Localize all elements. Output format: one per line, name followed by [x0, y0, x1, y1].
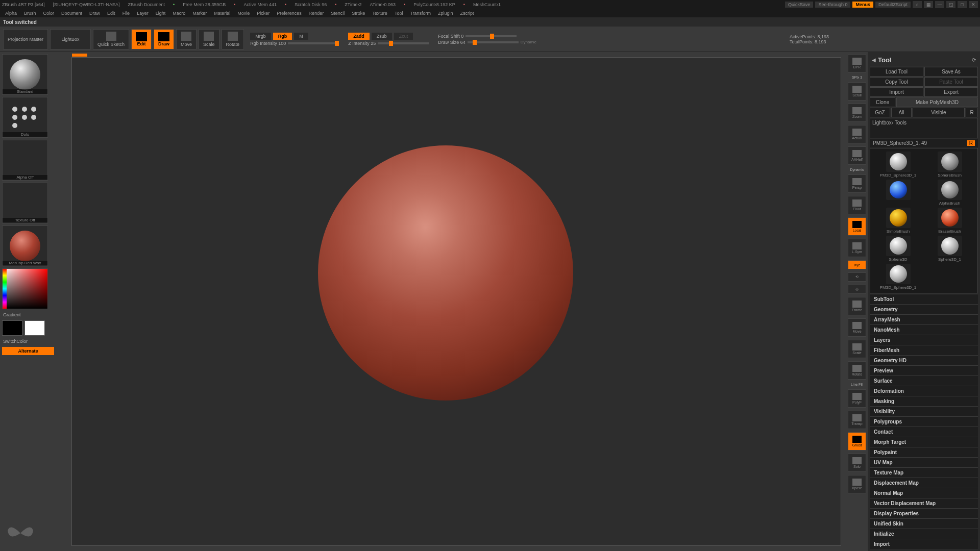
color-picker[interactable] — [2, 268, 48, 309]
draw-size-slider[interactable] — [468, 41, 519, 43]
menu-render[interactable]: Render — [306, 11, 327, 16]
lightbox-tools-button[interactable]: Lightbox› Tools — [870, 118, 978, 138]
spix-label[interactable]: SPix 3 — [852, 76, 862, 79]
home-icon[interactable]: ⌂ — [913, 1, 922, 8]
section-masking[interactable]: Masking — [870, 396, 978, 406]
goz-visible-button[interactable]: Visible — [913, 108, 965, 117]
floor-button[interactable]: Floor — [848, 196, 866, 214]
zoom-button[interactable]: Zoom — [848, 104, 866, 122]
menu-file[interactable]: File — [119, 11, 133, 16]
load-tool-button[interactable]: Load Tool — [870, 67, 923, 77]
menu-zscript[interactable]: Zscript — [457, 11, 477, 16]
goz-all-button[interactable]: All — [891, 108, 912, 117]
main-color-swatch[interactable] — [2, 320, 22, 336]
zadd-button[interactable]: Zadd — [348, 33, 370, 40]
panel-refresh-icon[interactable]: ⟳ — [972, 57, 976, 63]
goz-r-button[interactable]: R — [966, 108, 978, 117]
gradient-label[interactable]: Gradient — [2, 311, 54, 318]
menu-edit[interactable]: Edit — [104, 11, 118, 16]
quicksave-button[interactable]: QuickSave — [785, 2, 814, 8]
tool-item[interactable]: AlphaBrush — [925, 180, 974, 206]
menu-marker[interactable]: Marker — [189, 11, 210, 16]
menu-movie[interactable]: Movie — [234, 11, 253, 16]
section-surface[interactable]: Surface — [870, 375, 978, 386]
alpha-thumb[interactable]: Alpha Off — [2, 140, 48, 181]
menu-brush[interactable]: Brush — [21, 11, 39, 16]
local-button[interactable]: Local — [848, 217, 866, 236]
tool-item[interactable]: Sphere3D_1 — [925, 236, 974, 262]
save-as-button[interactable]: Save As — [924, 67, 978, 77]
menu-stroke[interactable]: Stroke — [349, 11, 368, 16]
material-thumb[interactable]: MatCap Red Wax — [2, 226, 48, 266]
brush-thumb[interactable]: Standard — [2, 54, 48, 95]
actual-button[interactable]: Actual — [848, 125, 866, 143]
section-normal-map[interactable]: Normal Map — [870, 488, 978, 498]
scale-button[interactable]: Scale — [199, 29, 219, 49]
section-geometry-hd[interactable]: Geometry HD — [870, 355, 978, 365]
minimize-icon[interactable]: — — [935, 1, 944, 8]
frame-button[interactable]: Frame — [848, 297, 866, 315]
cam-center-button[interactable]: ◎ — [848, 285, 866, 294]
section-vector-displacement-map[interactable]: Vector Displacement Map — [870, 498, 978, 508]
menu-layer[interactable]: Layer — [134, 11, 152, 16]
ghost-button[interactable]: Ghost — [848, 432, 866, 450]
secondary-color-swatch[interactable] — [24, 320, 45, 336]
paste-tool-button[interactable]: Paste Tool — [924, 77, 978, 87]
section-visibility[interactable]: Visibility — [870, 406, 978, 416]
section-contact[interactable]: Contact — [870, 427, 978, 437]
section-morph-target[interactable]: Morph Target — [870, 437, 978, 447]
cam-rotate-button[interactable]: ⟲ — [848, 272, 866, 282]
menu-color[interactable]: Color — [40, 11, 58, 16]
scroll-button[interactable]: Scroll — [848, 82, 866, 101]
section-deformation[interactable]: Deformation — [870, 386, 978, 396]
menus-button[interactable]: Menus — [852, 2, 873, 8]
dock-icon[interactable]: ◀ — [872, 57, 876, 63]
import-button[interactable]: Import — [870, 87, 923, 97]
close-icon[interactable]: ✕ — [969, 1, 978, 8]
menu-light[interactable]: Light — [153, 11, 169, 16]
section-uv-map[interactable]: UV Map — [870, 457, 978, 467]
script-button[interactable]: DefaultZScript — [875, 2, 911, 8]
projection-master-button[interactable]: Projection Master — [3, 29, 48, 49]
tool-item[interactable]: PM3D_Sphere3D_1 — [873, 264, 923, 290]
make-polymesh-button[interactable]: Make PolyMesh3D — [896, 97, 978, 107]
polyf-button[interactable]: PolyF — [848, 389, 866, 408]
solo-button[interactable]: Solo — [848, 454, 866, 472]
current-tool-name[interactable]: PM3D_Sphere3D_1. 49R — [870, 139, 978, 147]
m-button[interactable]: M — [294, 33, 308, 40]
move-button[interactable]: Move — [176, 29, 197, 49]
canvas[interactable] — [71, 57, 841, 546]
maximize-icon[interactable]: □ — [958, 1, 967, 8]
goz-button[interactable]: GoZ — [870, 108, 890, 117]
section-layers[interactable]: Layers — [870, 335, 978, 345]
section-arraymesh[interactable]: ArrayMesh — [870, 314, 978, 324]
menu-tool[interactable]: Tool — [391, 11, 406, 16]
switchcolor-button[interactable]: SwitchColor — [2, 338, 54, 345]
lsym-button[interactable]: L.Sym — [848, 239, 866, 257]
tool-item[interactable] — [873, 180, 923, 206]
seethrough-slider[interactable]: See-through 0 — [815, 2, 850, 8]
texture-thumb[interactable]: Texture Off — [2, 183, 48, 223]
draw-button[interactable]: Draw — [154, 29, 174, 49]
rgb-intensity-slider[interactable] — [288, 42, 339, 44]
menu-draw[interactable]: Draw — [86, 11, 103, 16]
export-button[interactable]: Export — [924, 87, 978, 97]
mrgb-button[interactable]: Mrgb — [250, 33, 271, 40]
section-polygroups[interactable]: Polygroups — [870, 416, 978, 427]
menu-zplugin[interactable]: Zplugin — [435, 11, 456, 16]
xpose-button[interactable]: Xpose — [848, 475, 866, 493]
menu-transform[interactable]: Transform — [407, 11, 434, 16]
clone-button[interactable]: Clone — [870, 97, 895, 107]
menu-alpha[interactable]: Alpha — [2, 11, 20, 16]
section-texture-map[interactable]: Texture Map — [870, 467, 978, 478]
section-subtool[interactable]: SubTool — [870, 294, 978, 304]
vp-move-button[interactable]: Move — [848, 318, 866, 337]
menu-stencil[interactable]: Stencil — [328, 11, 348, 16]
menu-macro[interactable]: Macro — [169, 11, 188, 16]
menu-preferences[interactable]: Preferences — [274, 11, 305, 16]
section-polypaint[interactable]: Polypaint — [870, 447, 978, 457]
section-fibermesh[interactable]: FiberMesh — [870, 345, 978, 355]
zcut-button[interactable]: Zcut — [394, 33, 413, 40]
section-display-properties[interactable]: Display Properties — [870, 508, 978, 518]
persp-button[interactable]: Persp — [848, 174, 866, 193]
